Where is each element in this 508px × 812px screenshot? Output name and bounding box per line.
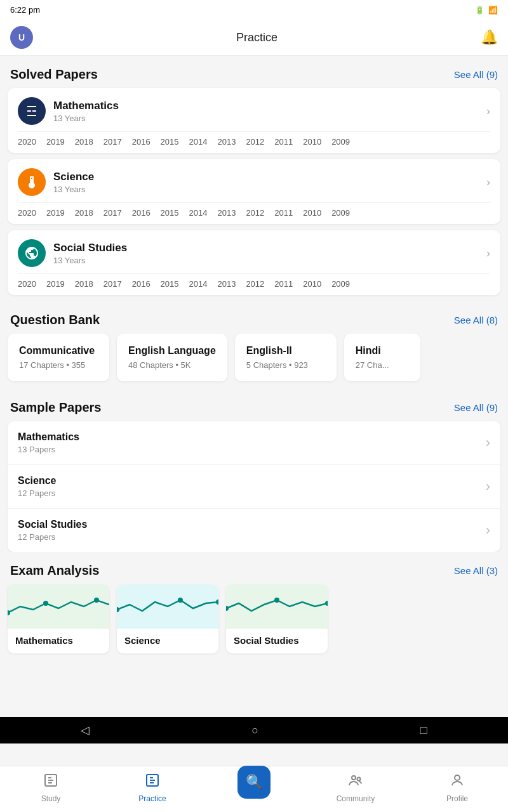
- year-tag[interactable]: 2009: [331, 208, 350, 218]
- question-bank-header: Question Bank See All (8): [0, 301, 508, 334]
- year-tag[interactable]: 2009: [331, 279, 350, 289]
- nav-study[interactable]: Study: [0, 773, 102, 803]
- exam-card-mathematics[interactable]: Mathematics: [8, 584, 109, 653]
- year-tag[interactable]: 2009: [331, 137, 350, 147]
- year-tag[interactable]: 2012: [246, 279, 264, 289]
- year-tag[interactable]: 2012: [246, 208, 264, 218]
- qb-meta: 48 Chapters • 5K: [128, 360, 216, 370]
- exam-analysis-see-all[interactable]: See All (3): [454, 565, 498, 576]
- svg-point-6: [226, 606, 229, 611]
- chevron-right-icon: ›: [486, 522, 490, 539]
- paper-info: Science 13 Years: [18, 168, 94, 196]
- year-tag[interactable]: 2015: [161, 137, 179, 147]
- nav-search-fab[interactable]: 🔍: [203, 777, 305, 799]
- year-tag[interactable]: 2017: [104, 279, 122, 289]
- qb-card-english-ii[interactable]: English-II 5 Chapters • 923: [235, 334, 337, 381]
- solved-paper-science[interactable]: Science 13 Years › 2020 2019 2018 2017 2…: [8, 159, 500, 224]
- sample-row-science[interactable]: Science 12 Papers ›: [8, 465, 500, 509]
- sample-row-mathematics[interactable]: Mathematics 13 Papers ›: [8, 421, 500, 465]
- practice-icon: [145, 773, 160, 792]
- nav-profile[interactable]: Profile: [406, 773, 508, 803]
- year-tag[interactable]: 2010: [303, 279, 321, 289]
- exam-card-social-studies[interactable]: Social Studies: [226, 584, 328, 653]
- year-tag[interactable]: 2015: [161, 208, 179, 218]
- avatar[interactable]: U: [10, 26, 33, 49]
- year-tag[interactable]: 2016: [132, 208, 150, 218]
- year-tag[interactable]: 2015: [161, 279, 179, 289]
- android-recents-button[interactable]: □: [420, 724, 427, 737]
- exam-card-label: Science: [117, 629, 218, 653]
- notification-icon[interactable]: 🔔: [481, 29, 498, 46]
- year-tag[interactable]: 2014: [189, 137, 208, 147]
- paper-years: 13 Years: [53, 185, 94, 194]
- question-bank-section: Question Bank See All (8) Communicative …: [0, 301, 508, 389]
- year-tag[interactable]: 2018: [75, 208, 93, 218]
- solved-paper-mathematics[interactable]: Mathematics 13 Years › 2020 2019 2018 20…: [8, 88, 500, 153]
- qb-subject: English-II: [246, 345, 325, 357]
- year-tag[interactable]: 2020: [18, 208, 36, 218]
- year-tag[interactable]: 2020: [18, 137, 36, 147]
- sample-count: 13 Papers: [18, 445, 79, 454]
- year-tag[interactable]: 2010: [303, 137, 321, 147]
- exam-card-science[interactable]: Science: [117, 584, 218, 653]
- sample-papers-see-all[interactable]: See All (9): [454, 402, 498, 413]
- year-tag[interactable]: 2019: [46, 137, 65, 147]
- android-nav-bar: ◁ ○ □: [0, 717, 508, 743]
- qb-subject: Hindi: [356, 345, 409, 357]
- solved-papers-header: Solved Papers See All (9): [0, 56, 508, 88]
- exam-card-label: Mathematics: [8, 629, 109, 653]
- year-tag[interactable]: 2012: [246, 137, 264, 147]
- solved-papers-section: Solved Papers See All (9) Mathematics 13…: [0, 56, 508, 295]
- year-tag[interactable]: 2011: [274, 208, 293, 218]
- android-home-button[interactable]: ○: [251, 724, 258, 737]
- year-tag[interactable]: 2018: [75, 137, 93, 147]
- year-tag[interactable]: 2019: [46, 208, 65, 218]
- sample-info: Mathematics 13 Papers: [18, 431, 79, 454]
- sample-subject: Social Studies: [18, 519, 87, 530]
- nav-community[interactable]: Community: [305, 773, 406, 803]
- year-tag[interactable]: 2010: [303, 208, 321, 218]
- year-tag[interactable]: 2017: [104, 137, 122, 147]
- year-tag[interactable]: 2011: [274, 279, 293, 289]
- paper-card-top: Mathematics 13 Years ›: [18, 97, 490, 125]
- qb-card-communicative[interactable]: Communicative 17 Chapters • 355: [8, 334, 109, 381]
- year-tag[interactable]: 2018: [75, 279, 93, 289]
- qb-meta: 27 Cha...: [356, 360, 409, 370]
- search-fab-icon: 🔍: [246, 774, 263, 790]
- svg-point-5: [216, 599, 218, 605]
- year-tag[interactable]: 2019: [46, 279, 65, 289]
- sample-papers-header: Sample Papers See All (9): [0, 389, 508, 421]
- year-tag[interactable]: 2013: [217, 279, 236, 289]
- solved-paper-social-studies[interactable]: Social Studies 13 Years › 2020 2019 2018…: [8, 230, 500, 295]
- nav-practice[interactable]: Practice: [102, 773, 203, 803]
- profile-icon: [450, 773, 465, 792]
- android-back-button[interactable]: ◁: [81, 723, 90, 737]
- question-bank-see-all[interactable]: See All (8): [454, 315, 498, 325]
- year-tag[interactable]: 2014: [189, 208, 208, 218]
- year-tag[interactable]: 2017: [104, 208, 122, 218]
- qb-card-hindi[interactable]: Hindi 27 Cha...: [344, 334, 420, 381]
- community-icon: [348, 773, 363, 792]
- status-icons: 🔋 📶: [475, 6, 498, 15]
- year-tag[interactable]: 2013: [217, 208, 236, 218]
- year-tag[interactable]: 2013: [217, 137, 236, 147]
- year-tag[interactable]: 2020: [18, 279, 36, 289]
- sample-row-social-studies[interactable]: Social Studies 12 Papers ›: [8, 509, 500, 552]
- math-year-tags: 2020 2019 2018 2017 2016 2015 2014 2013 …: [18, 131, 490, 147]
- sample-papers-section: Sample Papers See All (9) Mathematics 13…: [0, 389, 508, 552]
- year-tag[interactable]: 2016: [132, 279, 150, 289]
- solved-papers-title: Solved Papers: [10, 67, 98, 82]
- year-tag[interactable]: 2016: [132, 137, 150, 147]
- qb-card-english-language[interactable]: English Language 48 Chapters • 5K: [117, 334, 227, 381]
- chevron-right-icon: ›: [486, 435, 490, 451]
- page-title: Practice: [236, 31, 277, 44]
- paper-name: Science: [53, 171, 94, 183]
- search-fab[interactable]: 🔍: [237, 766, 271, 799]
- exam-card-label: Social Studies: [226, 629, 328, 653]
- svg-point-4: [178, 598, 183, 603]
- science-subject-icon: [18, 168, 46, 196]
- year-tag[interactable]: 2011: [274, 137, 293, 147]
- year-tag[interactable]: 2014: [189, 279, 208, 289]
- solved-papers-see-all[interactable]: See All (9): [454, 69, 498, 80]
- math-subject-icon: [18, 97, 46, 125]
